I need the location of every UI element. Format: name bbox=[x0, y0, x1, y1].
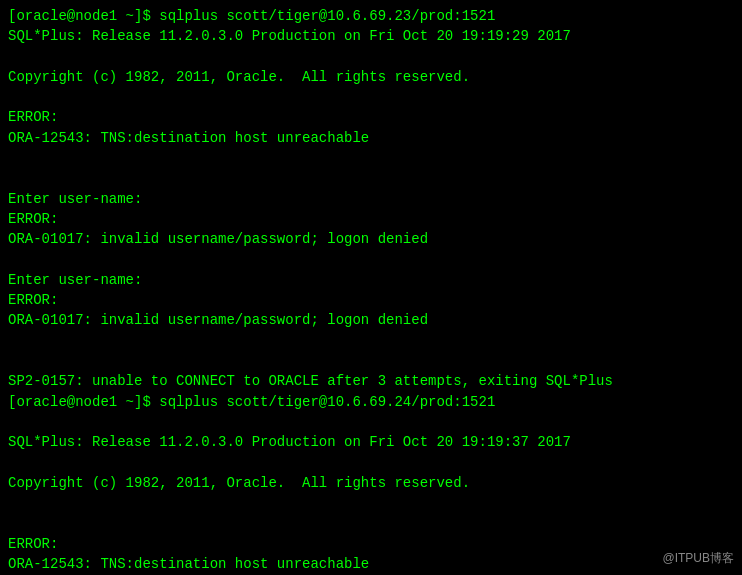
terminal-line: Enter user-name: bbox=[8, 189, 734, 209]
terminal-line: Enter user-name: bbox=[8, 270, 734, 290]
terminal-empty-line bbox=[8, 148, 734, 168]
terminal-empty-line bbox=[8, 351, 734, 371]
terminal-line: ORA-01017: invalid username/password; lo… bbox=[8, 310, 734, 330]
terminal-line: [oracle@node1 ~]$ sqlplus scott/tiger@10… bbox=[8, 392, 734, 412]
watermark: @ITPUB博客 bbox=[662, 550, 734, 567]
terminal-empty-line bbox=[8, 331, 734, 351]
terminal-line: SP2-0157: unable to CONNECT to ORACLE af… bbox=[8, 371, 734, 391]
terminal-line: Copyright (c) 1982, 2011, Oracle. All ri… bbox=[8, 67, 734, 87]
terminal: [oracle@node1 ~]$ sqlplus scott/tiger@10… bbox=[0, 0, 742, 575]
terminal-empty-line bbox=[8, 412, 734, 432]
terminal-empty-line bbox=[8, 87, 734, 107]
terminal-empty-line bbox=[8, 453, 734, 473]
terminal-line: ERROR: bbox=[8, 534, 734, 554]
terminal-line: [oracle@node1 ~]$ sqlplus scott/tiger@10… bbox=[8, 6, 734, 26]
terminal-line: SQL*Plus: Release 11.2.0.3.0 Production … bbox=[8, 432, 734, 452]
terminal-line: Copyright (c) 1982, 2011, Oracle. All ri… bbox=[8, 473, 734, 493]
terminal-line: ERROR: bbox=[8, 209, 734, 229]
terminal-empty-line bbox=[8, 47, 734, 67]
terminal-line: ORA-01017: invalid username/password; lo… bbox=[8, 229, 734, 249]
terminal-line: ERROR: bbox=[8, 107, 734, 127]
terminal-line: ORA-12543: TNS:destination host unreacha… bbox=[8, 128, 734, 148]
terminal-line: SQL*Plus: Release 11.2.0.3.0 Production … bbox=[8, 26, 734, 46]
terminal-empty-line bbox=[8, 493, 734, 513]
terminal-line: ERROR: bbox=[8, 290, 734, 310]
terminal-empty-line bbox=[8, 168, 734, 188]
terminal-empty-line bbox=[8, 513, 734, 533]
terminal-line: ORA-12543: TNS:destination host unreacha… bbox=[8, 554, 734, 574]
terminal-empty-line bbox=[8, 250, 734, 270]
